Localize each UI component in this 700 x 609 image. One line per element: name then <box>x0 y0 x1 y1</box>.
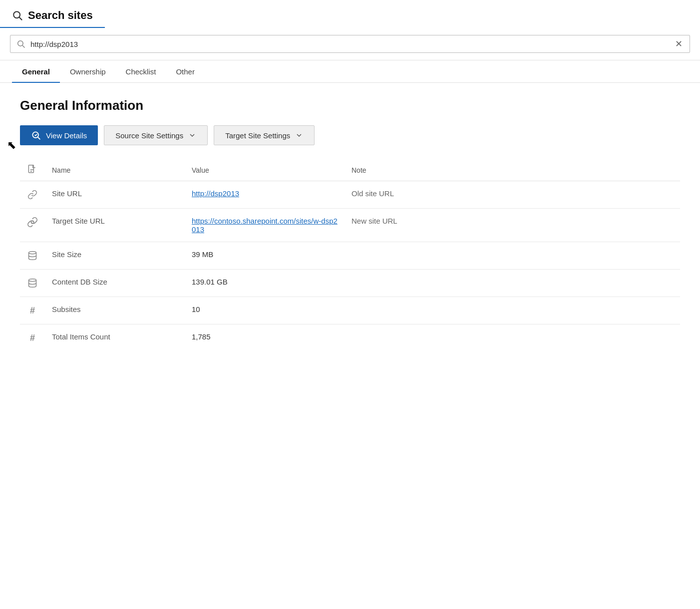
database-icon <box>27 251 37 261</box>
page-header: Search sites <box>0 0 105 28</box>
svg-point-4 <box>32 132 38 138</box>
table-row: Content DB Size 139.01 GB <box>20 270 680 297</box>
row-value-cell[interactable]: https://contoso.sharepoint.com/sites/w-d… <box>185 209 345 242</box>
hash-icon: # <box>30 333 35 343</box>
tab-general[interactable]: General <box>12 60 60 83</box>
row-name-cell: Site Size <box>45 242 185 270</box>
svg-point-10 <box>29 252 36 254</box>
row-icon-cell <box>20 181 45 209</box>
search-icon <box>12 10 23 21</box>
view-details-icon <box>31 130 41 140</box>
row-name-cell: Content DB Size <box>45 270 185 297</box>
col-header-value: Value <box>185 159 345 181</box>
col-header-icon <box>20 159 45 181</box>
tab-checklist[interactable]: Checklist <box>116 60 166 83</box>
row-link-value[interactable]: https://contoso.sharepoint.com/sites/w-d… <box>192 217 338 234</box>
row-text-value: 10 <box>192 305 200 313</box>
source-site-settings-label: Source Site Settings <box>115 131 183 140</box>
svg-point-2 <box>18 41 23 46</box>
table-row: Target Site URL https://contoso.sharepoi… <box>20 209 680 242</box>
svg-line-1 <box>19 17 22 20</box>
target-site-settings-button[interactable]: Target Site Settings <box>214 125 315 145</box>
row-note-cell <box>345 297 680 324</box>
target-site-settings-label: Target Site Settings <box>225 131 290 140</box>
col-header-note: Note <box>345 159 680 181</box>
tabs-bar: General Ownership Checklist Other <box>0 60 700 83</box>
search-bar-icon <box>16 39 25 48</box>
col-header-name: Name <box>45 159 185 181</box>
table-row: # Subsites 10 <box>20 297 680 324</box>
svg-line-5 <box>38 137 40 140</box>
row-text-value: 139.01 GB <box>192 278 228 286</box>
row-note-cell: Old site URL <box>345 181 680 209</box>
row-text-value: 1,785 <box>192 332 211 341</box>
view-details-button[interactable]: View Details <box>20 125 98 145</box>
search-input[interactable] <box>30 40 669 48</box>
row-icon-cell <box>20 209 45 242</box>
row-name-cell: Subsites <box>45 297 185 324</box>
row-icon-cell: # <box>20 324 45 352</box>
svg-line-3 <box>22 45 25 48</box>
row-value-cell[interactable]: http://dsp2013 <box>185 181 345 209</box>
row-icon-cell: # <box>20 297 45 324</box>
row-icon-cell <box>20 242 45 270</box>
target-chevron-icon <box>295 131 303 139</box>
search-bar: ✕ <box>10 35 690 53</box>
row-value-cell: 39 MB <box>185 242 345 270</box>
svg-point-11 <box>29 279 36 282</box>
row-link-value[interactable]: http://dsp2013 <box>192 189 239 198</box>
row-note-cell <box>345 324 680 352</box>
tab-other[interactable]: Other <box>166 60 205 83</box>
svg-point-0 <box>13 11 20 18</box>
row-name-cell: Site URL <box>45 181 185 209</box>
row-note-cell <box>345 270 680 297</box>
row-note-cell <box>345 242 680 270</box>
search-clear-button[interactable]: ✕ <box>674 39 684 48</box>
row-text-value: 39 MB <box>192 250 213 259</box>
row-name-cell: Target Site URL <box>45 209 185 242</box>
row-note-cell: New site URL <box>345 209 680 242</box>
row-value-cell: 1,785 <box>185 324 345 352</box>
action-buttons: View Details Source Site Settings Target… <box>20 125 680 145</box>
link-icon <box>27 190 37 200</box>
page-title: Search sites <box>28 9 93 22</box>
table-row: Site URL http://dsp2013 Old site URL <box>20 181 680 209</box>
row-value-cell: 139.01 GB <box>185 270 345 297</box>
search-bar-container: ✕ <box>0 28 700 60</box>
table-row: Site Size 39 MB <box>20 242 680 270</box>
source-chevron-icon <box>188 131 196 139</box>
source-site-settings-button[interactable]: Source Site Settings <box>104 125 208 145</box>
row-value-cell: 10 <box>185 297 345 324</box>
row-icon-cell <box>20 270 45 297</box>
document-icon <box>27 164 37 174</box>
table-row: # Total Items Count 1,785 <box>20 324 680 352</box>
section-title: General Information <box>20 98 680 113</box>
main-content: General Information View Details Source … <box>0 83 700 366</box>
general-info-table: Name Value Note Site URL http://dsp2013 … <box>20 159 680 351</box>
tab-ownership[interactable]: Ownership <box>60 60 116 83</box>
database-icon <box>27 278 37 288</box>
hash-icon: # <box>30 305 35 316</box>
row-name-cell: Total Items Count <box>45 324 185 352</box>
view-details-label: View Details <box>46 131 87 140</box>
target-link-icon <box>27 217 38 228</box>
